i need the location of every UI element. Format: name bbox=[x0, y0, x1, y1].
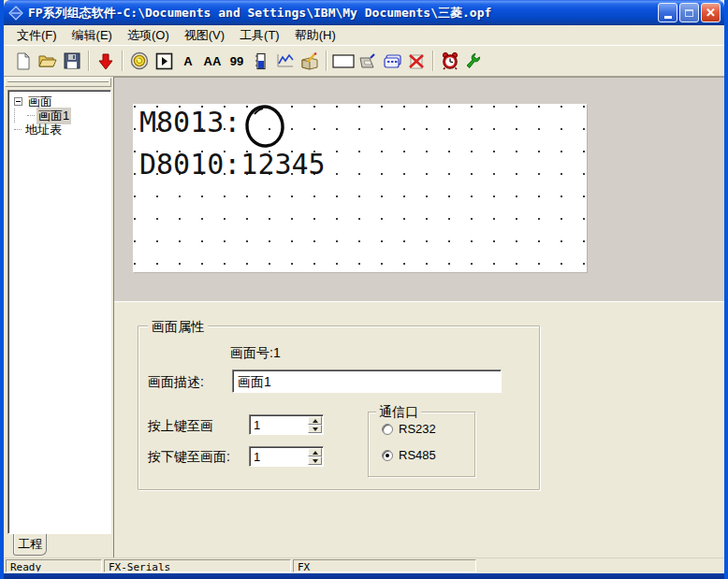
save-button[interactable] bbox=[60, 50, 84, 73]
settings-wrench-icon bbox=[465, 51, 484, 70]
spin-up-button[interactable] bbox=[308, 416, 322, 425]
gripper-line bbox=[7, 80, 109, 82]
minimize-icon bbox=[664, 16, 672, 19]
toolbar: A AA 99 bbox=[4, 45, 724, 77]
open-folder-button[interactable] bbox=[36, 50, 60, 73]
alarm-clock-button[interactable] bbox=[438, 50, 462, 73]
collapse-minus-icon[interactable] bbox=[14, 97, 22, 106]
indicator-lamp-button[interactable] bbox=[127, 50, 152, 73]
status-bar: Ready FX-Serials FX bbox=[4, 557, 724, 573]
screen-properties-group: 画面属性 画面号:1 画面描述: 按上键至画 1 按下键至画面: 1 bbox=[138, 326, 540, 490]
menu-bar: 文件(F) 编辑(E) 选项(O) 视图(V) 工具(T) 帮助(H) bbox=[4, 25, 724, 45]
arrow-down-icon bbox=[313, 459, 318, 463]
arrow-up-icon bbox=[313, 419, 318, 423]
keypad-button[interactable] bbox=[380, 50, 404, 73]
menu-view[interactable]: 视图(V) bbox=[177, 25, 232, 46]
title-bar[interactable]: FP系列组态软件-C:\Documents and Settings\IBM\M… bbox=[4, 0, 724, 25]
group-title: 画面属性 bbox=[148, 319, 208, 336]
download-arrow-icon bbox=[97, 52, 114, 70]
trend-chart-icon bbox=[276, 52, 295, 69]
picture-edit-button[interactable] bbox=[356, 50, 380, 73]
spin-down-button[interactable] bbox=[308, 425, 322, 433]
function-button-icon bbox=[155, 52, 173, 70]
close-button[interactable]: ✕ bbox=[701, 3, 721, 22]
radio-rs232-label[interactable]: RS232 bbox=[399, 422, 436, 436]
project-sidebar: 画面 画面1 地址表 工程 bbox=[4, 77, 114, 557]
indicator-lamp-icon bbox=[130, 51, 149, 70]
tree-connector bbox=[14, 129, 22, 130]
menu-edit[interactable]: 编辑(E) bbox=[65, 25, 120, 46]
main-content: 画面 画面1 地址表 工程 M8013: bbox=[4, 77, 724, 557]
status-plc-series: FX-Serials bbox=[104, 559, 291, 572]
close-icon: ✕ bbox=[706, 6, 716, 20]
big-text-icon: AA bbox=[204, 54, 222, 68]
plc-text-m8013[interactable]: M8013: bbox=[139, 109, 240, 137]
bar-level-button[interactable] bbox=[249, 50, 273, 73]
project-tree[interactable]: 画面 画面1 地址表 bbox=[7, 90, 111, 534]
down-key-spinner[interactable]: 1 bbox=[249, 446, 324, 467]
sidebar-tab-row: 工程 bbox=[4, 534, 113, 557]
function-button-tool[interactable] bbox=[152, 50, 176, 73]
delete-object-button[interactable] bbox=[404, 50, 429, 73]
small-text-icon: A bbox=[183, 54, 192, 68]
toolbar-separator bbox=[432, 51, 434, 71]
window-bottom-border bbox=[4, 573, 724, 579]
menu-tools[interactable]: 工具(T) bbox=[232, 25, 287, 46]
spin-down-button[interactable] bbox=[308, 456, 322, 465]
up-key-spinner[interactable]: 1 bbox=[249, 414, 324, 435]
small-text-button[interactable]: A bbox=[176, 50, 200, 73]
up-key-value[interactable]: 1 bbox=[250, 415, 307, 434]
window-title: FP系列组态软件-C:\Documents and Settings\IBM\M… bbox=[28, 5, 656, 22]
keypad-icon bbox=[383, 53, 402, 69]
trend-chart-button[interactable] bbox=[273, 50, 298, 73]
number-display-button[interactable]: 99 bbox=[225, 50, 249, 73]
spin-up-button[interactable] bbox=[308, 448, 322, 456]
toolbar-separator bbox=[122, 51, 124, 71]
plc-text-d8010[interactable]: D8010:12345 bbox=[139, 151, 326, 179]
status-plc-type: FX bbox=[293, 559, 476, 572]
up-key-label: 按上键至画 bbox=[148, 418, 213, 435]
spinner-buttons bbox=[308, 416, 322, 433]
screen-canvas[interactable]: M8013: D8010:12345 bbox=[133, 104, 587, 272]
bar-level-icon bbox=[255, 52, 268, 70]
description-input[interactable] bbox=[232, 369, 502, 393]
new-document-button[interactable] bbox=[11, 50, 36, 73]
rectangle-tool-button[interactable] bbox=[331, 50, 356, 73]
down-key-label: 按下键至画面: bbox=[148, 449, 230, 466]
settings-wrench-button[interactable] bbox=[462, 50, 487, 73]
menu-options[interactable]: 选项(O) bbox=[120, 25, 177, 46]
download-to-plc-button[interactable] bbox=[94, 50, 118, 73]
spinner-buttons bbox=[308, 448, 322, 465]
comm-port-group: 通信口 RS232 RS485 bbox=[368, 412, 475, 477]
lamp-object[interactable] bbox=[243, 103, 286, 152]
property-panel: 画面属性 画面号:1 画面描述: 按上键至画 1 按下键至画面: 1 bbox=[114, 301, 724, 557]
rectangle-tool-icon bbox=[332, 54, 355, 68]
radio-rs232[interactable]: RS232 bbox=[382, 422, 436, 436]
status-ready: Ready bbox=[6, 559, 102, 572]
tree-item-address-table[interactable]: 地址表 bbox=[14, 123, 109, 137]
radio-unchecked-icon[interactable] bbox=[382, 424, 393, 435]
maximize-button[interactable] bbox=[679, 3, 699, 22]
minimize-button[interactable] bbox=[658, 3, 677, 22]
number-display-icon: 99 bbox=[230, 54, 243, 68]
save-icon bbox=[64, 52, 80, 69]
big-text-button[interactable]: AA bbox=[200, 50, 225, 73]
arrow-up-icon bbox=[313, 451, 318, 455]
delete-icon bbox=[407, 52, 426, 70]
radio-checked-icon[interactable] bbox=[382, 450, 393, 461]
menu-help[interactable]: 帮助(H) bbox=[287, 25, 343, 46]
radio-rs485[interactable]: RS485 bbox=[382, 448, 436, 462]
new-document-icon bbox=[15, 52, 32, 70]
tab-project[interactable]: 工程 bbox=[13, 534, 47, 556]
comm-port-title: 通信口 bbox=[376, 404, 421, 421]
draw-edit-button[interactable] bbox=[298, 50, 322, 73]
lamp-circle-icon bbox=[243, 103, 286, 150]
description-label: 画面描述: bbox=[148, 374, 204, 391]
canvas-viewport: M8013: D8010:12345 bbox=[114, 77, 724, 301]
tree-item-label[interactable]: 地址表 bbox=[23, 122, 64, 138]
radio-rs485-label[interactable]: RS485 bbox=[399, 448, 436, 462]
menu-file[interactable]: 文件(F) bbox=[9, 25, 65, 46]
arrow-down-icon bbox=[313, 427, 318, 431]
down-key-value[interactable]: 1 bbox=[250, 447, 307, 466]
panel-gripper[interactable] bbox=[5, 78, 111, 87]
